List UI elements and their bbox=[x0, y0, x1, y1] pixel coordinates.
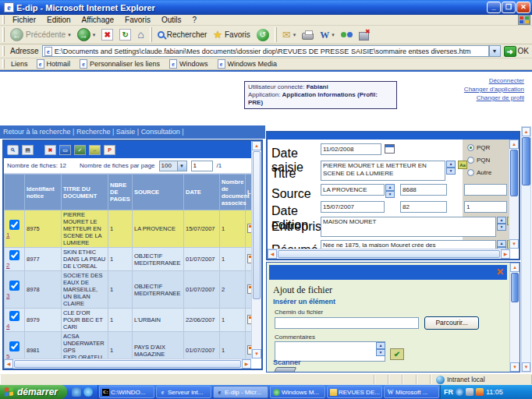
tray-icon[interactable] bbox=[456, 388, 463, 396]
col-pages[interactable]: NBRE DE PAGES bbox=[108, 175, 133, 210]
task-serveur[interactable]: e Serveur int... bbox=[156, 386, 211, 398]
address-input[interactable]: e E:\Documents and Settings\claude.fabia… bbox=[42, 45, 489, 57]
search-results-icon[interactable]: 🔍︎ bbox=[7, 145, 19, 155]
scroll-down-icon[interactable]: ▼ bbox=[510, 362, 520, 372]
nav-saisie[interactable]: Saisie bbox=[116, 128, 136, 136]
row-number-link[interactable]: 3 bbox=[6, 292, 23, 299]
row-select-checkbox[interactable] bbox=[9, 250, 20, 260]
titre-scroll-buttons[interactable]: ▲▼ bbox=[446, 161, 456, 175]
menu-fichier[interactable]: Fichier bbox=[7, 16, 41, 24]
results-vertical-scrollbar[interactable]: ▲ ▼ bbox=[251, 141, 261, 358]
task-cmd-window[interactable]: C: C:\WINDO... bbox=[99, 386, 154, 398]
link-windows[interactable]: eWindows bbox=[165, 59, 213, 69]
form-icon[interactable]: ▭ bbox=[59, 145, 71, 155]
scroll-up-icon[interactable]: ▲ bbox=[522, 127, 530, 136]
scroll-up-icon[interactable]: ▲ bbox=[510, 263, 520, 272]
col-titre[interactable]: TITRE DU DOCUMENT bbox=[62, 175, 108, 210]
scroll-left-icon[interactable]: ◀ bbox=[268, 249, 277, 259]
language-indicator[interactable]: FR bbox=[444, 388, 453, 396]
entreprise-scroll-buttons[interactable]: ▲▼ bbox=[497, 217, 506, 231]
home-button[interactable]: ⌂ bbox=[134, 28, 147, 41]
radio-autre[interactable]: Autre bbox=[467, 169, 491, 176]
entreprise-textarea[interactable]: MAISON MOURET bbox=[321, 217, 496, 237]
radio-pqn[interactable]: PQN bbox=[467, 157, 491, 164]
titre-textarea[interactable]: PIERRE MOURET LE METTEUR EN SCENE DE LA … bbox=[321, 161, 445, 181]
scroll-left-icon[interactable]: ◀ bbox=[4, 359, 13, 369]
results-horizontal-scrollbar[interactable]: ◀ ▶ bbox=[4, 358, 251, 369]
row-number-link[interactable]: 2 bbox=[6, 262, 23, 269]
tray-person-icon[interactable] bbox=[466, 388, 473, 396]
row-number-link[interactable]: 4 bbox=[6, 323, 23, 330]
nav-retour-recherche[interactable]: Retour à la recherche bbox=[3, 128, 71, 136]
start-button[interactable]: démarrer bbox=[0, 385, 67, 399]
scroll-down-icon[interactable]: ▼ bbox=[522, 362, 530, 372]
task-windows-media[interactable]: Windows M... bbox=[270, 386, 325, 398]
menu-edition[interactable]: Edition bbox=[41, 16, 76, 24]
print-button[interactable] bbox=[299, 29, 317, 41]
menu-affichage[interactable]: Affichage bbox=[76, 16, 120, 24]
scanner-icon[interactable] bbox=[273, 367, 297, 373]
scrollbar-thumb[interactable] bbox=[253, 151, 261, 299]
browse-button[interactable]: Parcourir... bbox=[424, 316, 479, 330]
mail-button[interactable]: ✉▾ bbox=[279, 29, 299, 41]
insert-element-link[interactable]: Insérer un élément bbox=[273, 298, 335, 305]
delete-icon[interactable]: ✖ bbox=[44, 145, 56, 155]
source-extra-input[interactable] bbox=[464, 184, 507, 196]
page-vertical-scrollbar[interactable]: ▲ ▼ bbox=[521, 126, 531, 373]
nav-consultation[interactable]: Consultation bbox=[141, 128, 180, 136]
form-vertical-scrollbar[interactable]: ▲ ▼ bbox=[509, 139, 519, 249]
row-select-checkbox[interactable] bbox=[9, 311, 20, 321]
tray-alert-icon[interactable] bbox=[476, 388, 484, 396]
maximize-button[interactable]: ❐ bbox=[502, 2, 516, 13]
scroll-right-icon[interactable]: ▶ bbox=[501, 249, 510, 259]
go-button[interactable]: ➜ OK bbox=[501, 46, 532, 57]
minimize-button[interactable]: _ bbox=[487, 2, 501, 13]
col-source[interactable]: SOURCE bbox=[133, 175, 184, 210]
scroll-right-icon[interactable]: ▶ bbox=[242, 359, 251, 369]
validate-form-icon[interactable]: ✓ bbox=[74, 145, 86, 155]
date-edition-b-input[interactable] bbox=[400, 201, 447, 213]
refresh-button[interactable]: ↻ bbox=[116, 28, 134, 41]
ie-icon[interactable] bbox=[83, 387, 93, 397]
per-page-select[interactable]: 100▼ bbox=[159, 161, 187, 171]
page-number-input[interactable] bbox=[191, 161, 213, 171]
comments-scroll-buttons[interactable]: ▲▼ bbox=[376, 342, 385, 356]
back-button[interactable]: ← Précédente▾ bbox=[7, 27, 74, 42]
pdf-icon[interactable]: P bbox=[104, 145, 115, 155]
scrollbar-thumb[interactable] bbox=[511, 273, 519, 302]
scroll-up-icon[interactable]: ▲ bbox=[252, 141, 261, 150]
print-list-icon[interactable]: ⎯ bbox=[89, 145, 101, 155]
file-path-input[interactable] bbox=[275, 317, 419, 329]
favorites-button[interactable]: ★ Favoris bbox=[210, 29, 253, 41]
logout-link[interactable]: Déconnecter bbox=[464, 76, 524, 85]
col-assoc[interactable]: Nombre de document associés bbox=[220, 175, 246, 210]
menu-favoris[interactable]: Favoris bbox=[119, 16, 156, 24]
link-hotmail[interactable]: eHotmail bbox=[32, 59, 76, 69]
scrollbar-thumb[interactable] bbox=[510, 150, 518, 196]
menu-outils[interactable]: Outils bbox=[156, 16, 187, 24]
link-windows-media[interactable]: eWindows Media bbox=[213, 59, 282, 69]
source-input[interactable] bbox=[321, 184, 385, 196]
col-identifiant[interactable]: Identifiant notice bbox=[25, 175, 62, 210]
scrollbar-thumb[interactable] bbox=[14, 360, 241, 368]
menu-aide[interactable]: ? bbox=[186, 16, 202, 24]
search-button[interactable]: Rechercher bbox=[154, 30, 211, 40]
address-dropdown-button[interactable]: ▼ bbox=[489, 45, 501, 57]
source-spinner[interactable]: ▲▼ bbox=[385, 184, 395, 198]
change-profile-link[interactable]: Changer de profil bbox=[464, 94, 524, 102]
change-application-link[interactable]: Changer d'application bbox=[464, 85, 524, 94]
row-select-checkbox[interactable] bbox=[9, 220, 20, 230]
radio-pqr[interactable]: PQR bbox=[467, 144, 491, 151]
date-edition-input[interactable] bbox=[321, 201, 385, 213]
link-personnaliser[interactable]: ePersonnaliser les liens bbox=[75, 59, 165, 69]
date-saisie-input[interactable] bbox=[321, 143, 381, 155]
row-number-link[interactable]: 1 bbox=[6, 231, 23, 238]
task-word[interactable]: W Microsoft ... bbox=[384, 386, 439, 398]
task-edip-active[interactable]: e E-dip - Micr... bbox=[213, 386, 268, 398]
scroll-down-icon[interactable]: ▼ bbox=[509, 239, 519, 249]
scroll-up-icon[interactable]: ▲ bbox=[509, 139, 519, 149]
row-select-checkbox[interactable] bbox=[9, 341, 20, 351]
scanner-link[interactable]: Scanner bbox=[273, 358, 301, 366]
close-button[interactable]: ✕ bbox=[516, 2, 530, 13]
task-folder-revues[interactable]: REVUES DE... bbox=[327, 386, 382, 398]
